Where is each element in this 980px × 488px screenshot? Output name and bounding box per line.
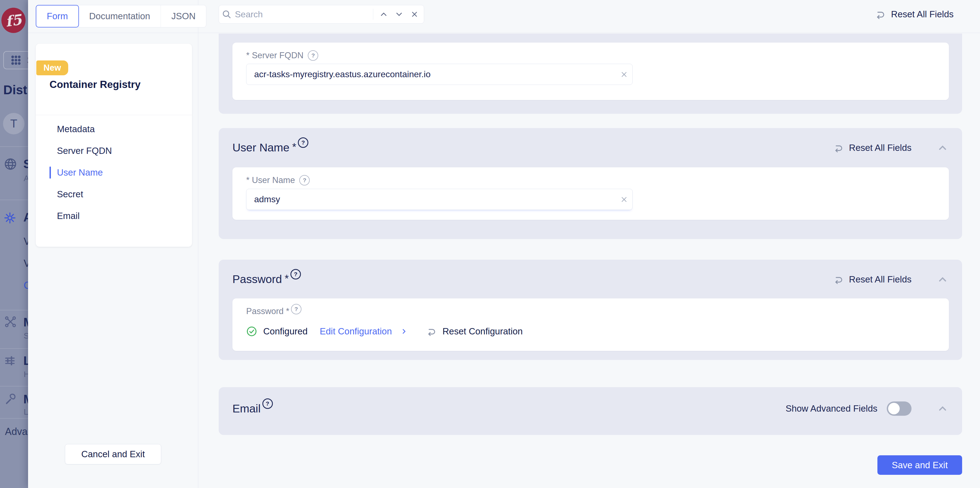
help-icon[interactable]: ? — [308, 50, 318, 61]
form-section-menu: Metadata Server FQDN User Name Secret Em… — [36, 118, 192, 227]
password-field-label: Password * ? — [246, 306, 301, 317]
nav-lb-label[interactable]: L — [23, 354, 28, 368]
advanced-fields-toggle[interactable] — [887, 401, 912, 416]
password-section-header: Password* ? Reset All Fields — [219, 260, 962, 286]
search-next-icon[interactable] — [391, 6, 407, 22]
nav-sites-label[interactable]: S — [23, 157, 28, 171]
reset-all-fields-top-button[interactable]: Reset All Fields — [875, 5, 954, 24]
user-name-input-wrap — [246, 189, 633, 210]
container-registry-drawer: Form Documentation JSON — [28, 0, 980, 488]
server-fqdn-input[interactable] — [247, 69, 616, 80]
chevron-right-icon[interactable] — [400, 328, 408, 335]
background-page-title: Dist — [3, 82, 27, 97]
nav-lb-sub: H — [24, 369, 28, 379]
show-advanced-fields-label: Show Advanced Fields — [786, 403, 877, 414]
clear-input-icon[interactable] — [616, 191, 632, 208]
nav-apps-label[interactable]: A — [23, 211, 28, 224]
server-fqdn-card: * Server FQDN ? — [232, 43, 949, 100]
collapse-section-icon[interactable] — [937, 274, 948, 285]
new-badge: New — [36, 60, 68, 75]
undo-icon — [833, 274, 843, 285]
section-server-fqdn: * Server FQDN ? — [219, 33, 962, 114]
edit-configuration-link[interactable]: Edit Configuration — [320, 326, 392, 337]
user-name-reset-fields-button[interactable]: Reset All Fields — [833, 143, 912, 153]
password-configured-row: Configured Edit Configuration Reset Conf… — [246, 326, 523, 337]
form-nav-card: New Container Registry Metadata Server F… — [36, 44, 192, 247]
drawer-toolbar: Form Documentation JSON — [28, 0, 980, 33]
section-password: Password* ? Reset All Fields — [219, 260, 962, 360]
select-service-button[interactable]: S — [3, 51, 28, 69]
user-name-input[interactable] — [247, 194, 616, 205]
nav-connect-label[interactable]: M — [23, 315, 28, 329]
sliders-icon — [3, 355, 16, 367]
section-email: Email ? Show Advanced Fields — [219, 387, 962, 435]
help-icon[interactable]: ? — [290, 269, 301, 279]
collapse-section-icon[interactable] — [937, 403, 948, 414]
password-reset-fields-button[interactable]: Reset All Fields — [833, 274, 912, 285]
server-fqdn-input-wrap — [246, 64, 633, 85]
tab-json[interactable]: JSON — [161, 5, 206, 27]
globe-icon — [3, 157, 18, 171]
menu-item-secret[interactable]: Secret — [36, 183, 192, 205]
tab-documentation[interactable]: Documentation — [79, 5, 161, 27]
menu-item-server-fqdn[interactable]: Server FQDN — [36, 140, 192, 162]
clear-input-icon[interactable] — [616, 66, 632, 83]
drawer-title: Container Registry — [49, 79, 140, 90]
menu-item-user-name[interactable]: User Name — [36, 162, 192, 183]
menu-item-metadata[interactable]: Metadata — [36, 118, 192, 140]
connect-icon — [4, 315, 17, 328]
undo-icon — [426, 326, 436, 337]
nav-card-divider — [36, 115, 192, 115]
cancel-and-exit-button[interactable]: Cancel and Exit — [65, 444, 161, 464]
nav-link-active[interactable]: C — [24, 280, 28, 291]
password-card: Password * ? Configured Edit Configurati… — [232, 298, 949, 351]
f5-logo: f5 — [2, 8, 25, 33]
user-name-section-header: User Name* ? Reset All Fields — [219, 128, 962, 154]
help-icon[interactable]: ? — [262, 398, 273, 409]
server-fqdn-field-label: * Server FQDN ? — [246, 50, 318, 61]
nav-manage-sub: L — [24, 407, 28, 417]
search-divider — [373, 9, 373, 20]
user-name-card: * User Name ? — [232, 167, 949, 220]
menu-item-email[interactable]: Email — [36, 205, 192, 227]
tenant-avatar[interactable]: T — [3, 113, 24, 135]
reset-all-fields-label: Reset All Fields — [891, 9, 954, 19]
help-icon[interactable]: ? — [298, 137, 308, 148]
wrench-icon — [3, 392, 17, 406]
kubernetes-helm-icon — [3, 212, 16, 224]
help-icon[interactable]: ? — [291, 304, 301, 314]
email-section-header: Email ? Show Advanced Fields — [219, 387, 962, 416]
search-bar — [219, 5, 424, 24]
grid-icon — [10, 54, 22, 67]
undo-icon — [875, 9, 886, 20]
user-name-field-label: * User Name ? — [246, 175, 310, 185]
email-section-title: Email ? — [232, 402, 273, 415]
nav-advanced-label[interactable]: Advan — [5, 426, 28, 437]
save-and-exit-button[interactable]: Save and Exit — [877, 455, 962, 475]
user-name-section-title: User Name* ? — [232, 141, 308, 154]
search-icon — [219, 6, 234, 22]
check-circle-icon — [246, 326, 257, 337]
password-section-title: Password* ? — [232, 273, 301, 286]
search-input[interactable] — [234, 9, 370, 20]
help-icon[interactable]: ? — [299, 175, 310, 185]
tab-form[interactable]: Form — [36, 5, 79, 27]
view-tabs: Form Documentation JSON — [36, 5, 206, 27]
show-advanced-fields-row: Show Advanced Fields — [786, 401, 912, 416]
nav-link-1[interactable]: V — [24, 236, 28, 247]
reset-configuration-button[interactable]: Reset Configuration — [426, 326, 523, 337]
nav-link-2[interactable]: V — [24, 258, 28, 269]
nav-connect-sub: S — [24, 331, 28, 341]
nav-sites-sub: A — [24, 174, 28, 183]
search-clear-icon[interactable] — [407, 6, 422, 22]
undo-icon — [833, 143, 843, 153]
collapse-section-icon[interactable] — [937, 142, 948, 154]
search-prev-icon[interactable] — [376, 6, 391, 22]
configured-status-label: Configured — [263, 326, 307, 337]
nav-manage-label[interactable]: M — [23, 392, 28, 406]
section-user-name: User Name* ? Reset All Fields — [219, 128, 962, 239]
background-nav-strip: f5 S Dist T S A A V V C — [0, 0, 28, 488]
